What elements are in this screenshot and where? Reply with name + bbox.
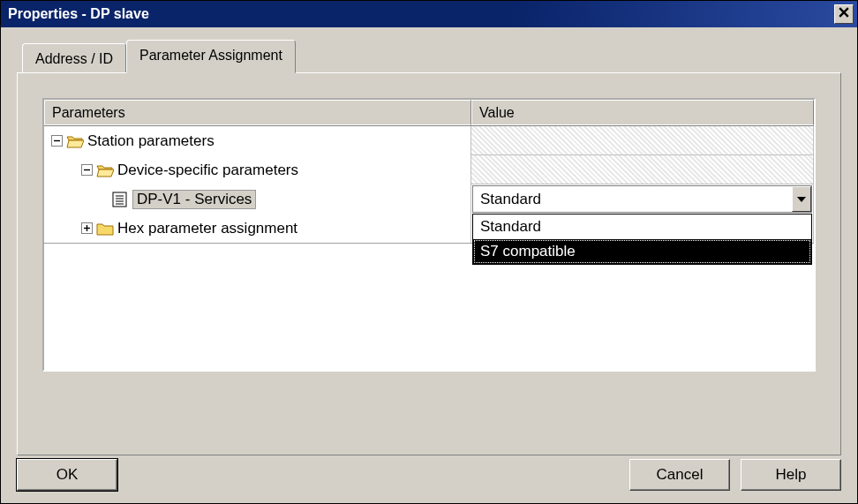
grid-header-row: Parameters Value: [44, 100, 814, 126]
collapse-icon[interactable]: [81, 164, 93, 176]
folder-closed-icon: [96, 221, 114, 237]
dropdown-selected-text: Standard: [480, 191, 541, 208]
tree-label: Device-specific parameters: [117, 162, 298, 179]
dropdown-option-standard[interactable]: Standard: [473, 214, 811, 239]
tab-panel: Parameters Value: [17, 72, 841, 455]
collapse-icon[interactable]: [51, 135, 63, 147]
tab-parameter-assignment[interactable]: Parameter Assignment: [126, 40, 296, 73]
titlebar: Properties - DP slave: [1, 1, 857, 27]
list-icon: [111, 192, 129, 207]
tab-label: Parameter Assignment: [139, 48, 282, 63]
folder-open-icon: [66, 133, 84, 149]
value-dropdown[interactable]: Standard: [472, 185, 812, 213]
column-header-parameters[interactable]: Parameters: [44, 100, 471, 125]
properties-dialog: Properties - DP slave Address / ID Param…: [0, 0, 858, 504]
dropdown-list: Standard S7 compatible: [472, 214, 812, 265]
window-title: Properties - DP slave: [8, 6, 149, 22]
close-button[interactable]: [834, 4, 854, 24]
column-header-value[interactable]: Value: [471, 100, 814, 125]
tree-label: Station parameters: [87, 132, 214, 150]
tree-row-device-specific[interactable]: Device-specific parameters: [44, 155, 814, 184]
expand-icon[interactable]: [81, 222, 93, 234]
dialog-button-row: OK Cancel Help: [17, 455, 841, 491]
dropdown-option-s7compatible[interactable]: S7 compatible: [473, 239, 811, 264]
tree-label-selected: DP-V1 - Services: [132, 190, 256, 209]
client-area: Address / ID Parameter Assignment Parame…: [1, 27, 857, 503]
cancel-button[interactable]: Cancel: [629, 459, 730, 491]
grid-body: Station parameters: [44, 126, 814, 370]
tree-label: Hex parameter assignment: [117, 220, 297, 237]
help-button[interactable]: Help: [741, 459, 841, 491]
value-disabled: [471, 155, 813, 184]
tab-strip: Address / ID Parameter Assignment: [22, 40, 841, 72]
tab-address-id[interactable]: Address / ID: [22, 43, 126, 72]
tree-row-dpv1-services[interactable]: DP-V1 - Services Standard Sta: [44, 184, 814, 214]
chevron-down-icon[interactable]: [792, 186, 811, 212]
svg-rect-2: [113, 192, 126, 207]
folder-open-icon: [96, 162, 114, 178]
tab-label: Address / ID: [35, 51, 113, 66]
ok-button[interactable]: OK: [17, 459, 117, 491]
tree-row-station-parameters[interactable]: Station parameters: [44, 126, 814, 155]
parameter-grid: Parameters Value: [42, 98, 816, 372]
value-disabled: [471, 126, 813, 155]
